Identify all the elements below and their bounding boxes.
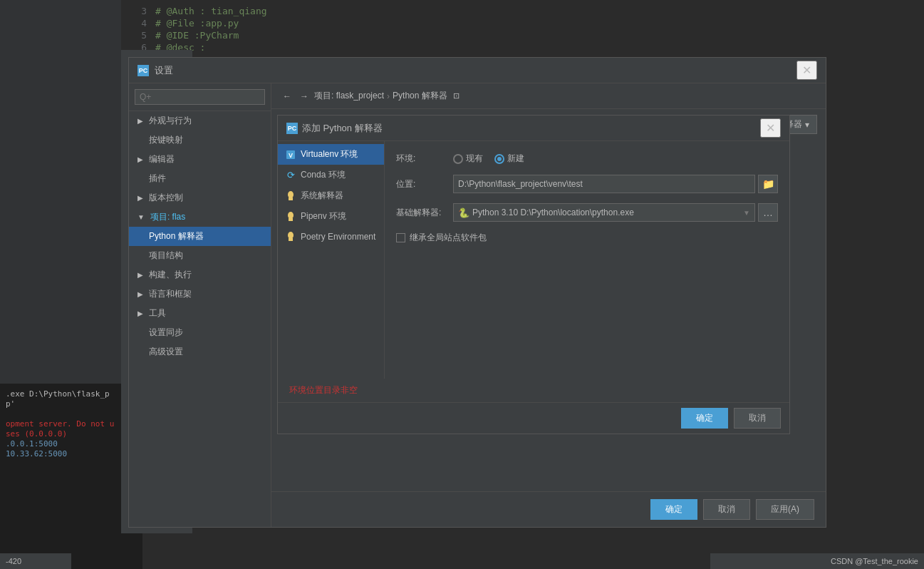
terminal-line-6: .0.0.1:5000 [6,439,137,448]
python-icon: 🐍 [458,207,469,218]
sidebar-item-python-interpreter[interactable]: Python 解释器 [129,227,271,246]
interp-type-conda[interactable]: ⟳ Conda 环境 [278,165,384,185]
settings-content: ← → 项目: flask_project › Python 解释器 ⊡ 加解释… [271,83,826,527]
interp-type-poetry[interactable]: Poetry Environment [278,227,384,247]
select-dropdown-icon: ▼ [743,209,750,217]
svg-rect-7 [289,238,293,241]
sidebar-item-vcs[interactable]: ▶ 版本控制 [129,188,271,207]
radio-existing-circle [453,154,463,164]
sidebar-item-appearance[interactable]: ▶ 外观与行为 [129,111,271,130]
expand-icon-project: ▼ [137,213,145,221]
interpreter-config-panel: 环境: 现有 [385,141,789,379]
settings-cancel-button[interactable]: 取消 [703,499,750,520]
title-area: PC 设置 [137,64,173,77]
settings-close-button[interactable]: ✕ [796,61,817,80]
base-interpreter-input-group: 🐍 Python 3.10 D:\Python\location\python.… [453,203,778,222]
add-interpreter-titlebar: PC 添加 Python 解释器 ✕ [278,116,789,141]
terminal-line-1: .exe D:\Python\flask_p [6,389,137,399]
sidebar-item-tools[interactable]: ▶ 工具 [129,304,271,323]
settings-dialog: PC 设置 ✕ ▶ 外观与行为 按键映射 ▶ 编辑器 插件 [128,57,826,528]
sub-pc-icon: PC [286,123,298,134]
sidebar-item-plugins[interactable]: 插件 [129,169,271,188]
expand-icon-tools: ▶ [137,309,143,317]
base-interpreter-browse-button[interactable]: … [758,203,778,222]
sidebar-item-settings-sync[interactable]: 设置同步 [129,323,271,342]
svg-point-2 [288,191,294,198]
code-line-6: 6 # @desc : [130,42,915,53]
interpreter-type-list: V Virtualenv 环境 ⟳ Conda 环境 [278,141,385,379]
expand-icon-build: ▶ [137,271,143,279]
terminal-line-4: opment server. Do not u [6,419,137,429]
code-line-3: 3 # @Auth : tian_qiang [130,6,915,16]
terminal-line-5: ses (0.0.0.0) [6,429,137,439]
sidebar-item-project[interactable]: ▼ 项目: flas [129,207,271,227]
svg-text:V: V [289,152,293,159]
breadcrumb-icon: ⊡ [453,91,460,101]
base-interpreter-value: 🐍 Python 3.10 D:\Python\location\python.… [458,207,634,218]
error-message: 环境位置目录非空 [278,379,789,402]
line-indicator: -420 [0,553,71,569]
sidebar-item-keymap[interactable]: 按键映射 [129,130,271,150]
location-input-group: 📁 [453,175,778,193]
settings-dialog-body: ▶ 外观与行为 按键映射 ▶ 编辑器 插件 ▶ 版本控制 ▼ 项目: flas [129,83,826,527]
interp-type-virtualenv[interactable]: V Virtualenv 环境 [278,144,384,165]
svg-rect-5 [289,218,293,221]
breadcrumb-back-button[interactable]: ← [280,91,294,101]
env-option-row: 环境: 现有 [396,153,778,165]
expand-icon: ▶ [137,117,143,125]
base-interpreter-row: 基础解释器: 🐍 Python 3.10 D:\Python\location\… [396,203,778,222]
breadcrumb-bar: ← → 项目: flask_project › Python 解释器 ⊡ [271,83,826,109]
code-line-5: 5 # @IDE :PyCharm [130,30,915,41]
pc-icon: PC [137,65,149,76]
base-interpreter-select[interactable]: 🐍 Python 3.10 D:\Python\location\python.… [453,203,755,222]
svg-rect-3 [289,198,293,200]
inherit-packages-checkbox[interactable] [396,233,405,242]
interp-type-system[interactable]: 系统解释器 [278,185,384,206]
sub-dialog-footer: 确定 取消 [278,402,789,434]
terminal-line-3 [6,409,137,419]
add-interpreter-body: V Virtualenv 环境 ⟳ Conda 环境 [278,141,789,379]
expand-icon-editor: ▶ [137,155,143,163]
virtualenv-icon: V [285,149,296,160]
code-line-4: 4 # @File :app.py [130,18,915,29]
expand-icon-vcs: ▶ [137,194,143,202]
status-bar: CSDN @Test_the_rookie [710,553,924,569]
settings-dialog-footer: 确定 取消 应用(A) [271,491,826,527]
sidebar-item-languages[interactable]: ▶ 语言和框架 [129,284,271,304]
radio-group-env: 现有 新建 [453,153,524,165]
svg-point-4 [288,212,294,219]
radio-new-circle [494,154,504,164]
system-icon [285,190,296,202]
location-browse-button[interactable]: 📁 [758,175,778,193]
search-bar [129,83,271,111]
terminal-line-2: p' [6,399,137,409]
add-interpreter-dialog: PC 添加 Python 解释器 ✕ [277,115,790,434]
conda-icon: ⟳ [285,170,296,181]
add-interpreter-close-button[interactable]: ✕ [760,118,781,138]
interp-type-pipenv[interactable]: Pipenv 环境 [278,206,384,227]
radio-new[interactable]: 新建 [494,153,524,165]
location-row: 位置: 📁 [396,175,778,193]
code-area: 3 # @Auth : tian_qiang 4 # @File :app.py… [121,0,924,60]
sub-dialog-cancel-button[interactable]: 取消 [734,408,781,429]
location-input[interactable] [453,175,755,193]
settings-sidebar: ▶ 外观与行为 按键映射 ▶ 编辑器 插件 ▶ 版本控制 ▼ 项目: flas [129,83,271,527]
sub-dialog-title-area: PC 添加 Python 解释器 [286,122,383,135]
settings-search-input[interactable] [135,89,265,105]
radio-existing[interactable]: 现有 [453,153,483,165]
sub-dialog-ok-button[interactable]: 确定 [681,408,728,429]
settings-apply-button[interactable]: 应用(A) [756,499,814,520]
sidebar-item-advanced[interactable]: 高级设置 [129,342,271,362]
settings-ok-button[interactable]: 确定 [650,499,697,520]
inherit-packages-row: 继承全局站点软件包 [396,232,778,244]
svg-point-6 [288,232,294,239]
breadcrumb-forward-button[interactable]: → [297,91,311,101]
sidebar-item-build[interactable]: ▶ 构建、执行 [129,265,271,284]
settings-content-area: 加解释器 ▾ PC 添加 Python 解释器 ✕ [271,109,826,491]
poetry-icon [285,231,296,242]
sidebar-item-project-structure[interactable]: 项目结构 [129,246,271,265]
sidebar-item-editor[interactable]: ▶ 编辑器 [129,150,271,169]
ellipsis-icon: … [763,207,773,218]
terminal-line-7: 10.33.62:5000 [6,449,137,458]
expand-icon-lang: ▶ [137,290,143,298]
